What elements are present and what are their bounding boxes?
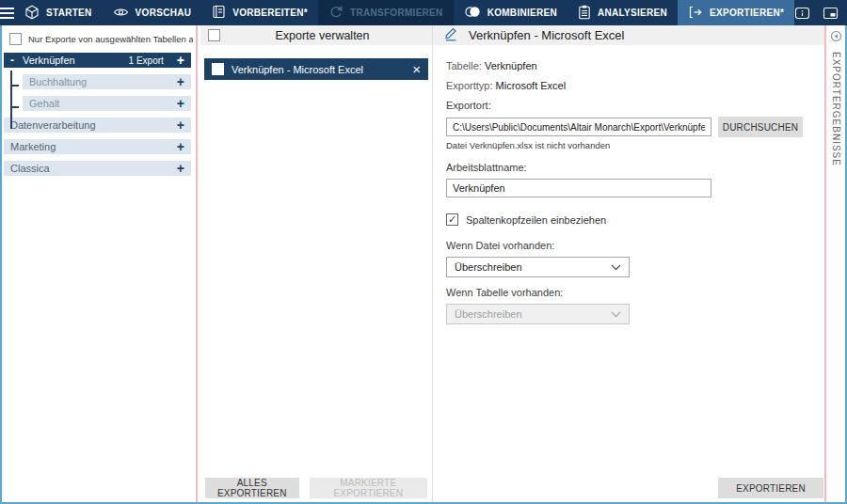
exporttype-field-value: Microsoft Excel	[496, 80, 567, 91]
tab-vorschau[interactable]: VORSCHAU	[103, 0, 202, 25]
export-icon	[688, 5, 703, 22]
top-menu-bar: STARTEN VORSCHAU VORBEREITEN* TRANSFORMI…	[0, 0, 847, 25]
export-button[interactable]: EXPORTIEREN	[718, 478, 823, 498]
notebook-icon	[212, 5, 226, 21]
sidebar-item-datenverarbeitung[interactable]: Datenverarbeitung +	[4, 118, 191, 133]
venn-icon	[464, 5, 481, 21]
manage-panel-title: Exporte verwalten	[220, 29, 424, 42]
when-table-exists-dropdown: Überschreiben	[446, 304, 630, 324]
filter-exports-checkbox[interactable]	[9, 33, 22, 45]
tab-analysieren[interactable]: ANALYSIEREN	[567, 0, 678, 25]
table-label: Marketing	[10, 141, 56, 152]
tables-sidebar: Nur Exporte von ausgewählten Tabellen an…	[2, 25, 193, 502]
worksheet-name-label: Arbeitsblattname:	[446, 162, 811, 173]
sidebar-item-buchhaltung[interactable]: Buchhaltung +	[23, 74, 191, 89]
table-label: Datenverarbeitung	[10, 119, 96, 131]
table-field-value: Verknüpfen	[485, 60, 537, 71]
select-all-exports-checkbox[interactable]	[208, 29, 220, 41]
include-column-headers-checkbox[interactable]: ✓	[446, 213, 458, 226]
browse-button[interactable]: DURCHSUCHEN	[718, 117, 803, 137]
file-not-exists-note: Datei Verknüpfen.xlsx ist nicht vorhande…	[446, 140, 811, 150]
export-results-strip: EXPORTERGEBNISSE	[826, 25, 845, 502]
collapse-icon[interactable]: -	[10, 55, 17, 66]
sync-icon	[328, 5, 344, 22]
sidebar-item-gehalt[interactable]: Gehalt +	[23, 96, 191, 111]
include-column-headers-label: Spaltenkopfzeilen einbeziehen	[466, 214, 606, 226]
tab-starten[interactable]: STARTEN	[14, 0, 103, 25]
info-icon[interactable]	[794, 6, 810, 21]
export-location-input[interactable]	[446, 118, 711, 136]
table-field-label: Tabelle:	[446, 60, 482, 71]
export-location-label: Exportort:	[446, 100, 811, 111]
export-marked-button: MARKIERTE EXPORTIEREN	[310, 478, 427, 498]
edit-pencil-icon	[443, 25, 459, 45]
export-results-tab-label[interactable]: EXPORTERGEBNISSE	[831, 52, 841, 166]
tab-kombinieren[interactable]: KOMBINIEREN	[454, 0, 567, 25]
tree-connector	[10, 106, 19, 108]
window-layout-icon[interactable]	[823, 6, 839, 21]
worksheet-name-input[interactable]	[446, 179, 711, 197]
delete-export-icon[interactable]: ×	[412, 62, 421, 76]
export-all-button[interactable]: ALLES EXPORTIEREN	[205, 478, 299, 498]
add-export-icon[interactable]: +	[177, 140, 184, 153]
export-detail-panel: Verknüpfen - Microsoft Excel Tabelle: Ve…	[433, 25, 824, 502]
when-file-exists-dropdown[interactable]: Überschreiben	[446, 257, 630, 277]
table-label: Verknüpfen	[23, 55, 75, 66]
add-export-icon[interactable]: +	[177, 75, 184, 88]
tab-vorbereiten[interactable]: VORBEREITEN*	[201, 0, 318, 25]
window-border	[0, 25, 2, 504]
when-file-exists-label: Wenn Datei vorhanden:	[446, 240, 811, 251]
chevron-down-icon	[611, 261, 621, 273]
add-export-icon[interactable]: +	[177, 97, 184, 110]
tree-connector	[10, 85, 19, 87]
add-export-icon[interactable]: +	[177, 118, 184, 132]
when-table-exists-label: Wenn Tabelle vorhanden:	[446, 287, 811, 298]
tree-connector	[10, 71, 12, 129]
add-export-icon[interactable]: +	[177, 162, 184, 175]
chevron-down-icon	[611, 308, 621, 320]
sidebar-item-marketing[interactable]: Marketing +	[4, 139, 191, 154]
export-list-item[interactable]: Verknüpfen - Microsoft Excel ×	[204, 58, 428, 80]
cube-icon	[24, 5, 40, 22]
tab-transformieren: TRANSFORMIEREN	[318, 0, 454, 25]
table-label: Classica	[10, 163, 50, 174]
add-export-icon[interactable]: +	[177, 54, 184, 67]
export-count-badge: 1 Export	[129, 55, 164, 66]
manage-exports-panel: Exporte verwalten Verknüpfen - Microsoft…	[200, 25, 432, 502]
sidebar-item-classica[interactable]: Classica +	[4, 161, 191, 176]
tab-exportieren[interactable]: EXPORTIEREN*	[678, 0, 794, 25]
table-label: Gehalt	[29, 98, 59, 109]
clipboard-icon	[578, 5, 591, 22]
exporttype-field-label: Exporttyp:	[446, 80, 493, 91]
export-item-checkbox[interactable]	[212, 63, 224, 75]
export-detail-title: Verknüpfen - Microsoft Excel	[469, 28, 624, 42]
hamburger-menu-icon[interactable]	[0, 0, 14, 25]
sidebar-item-verknuepfen[interactable]: - Verknüpfen 1 Export +	[4, 53, 191, 68]
eye-icon	[113, 6, 129, 21]
export-item-label: Verknüpfen - Microsoft Excel	[232, 64, 363, 75]
expand-panel-icon[interactable]	[830, 29, 842, 46]
table-label: Buchhaltung	[29, 76, 87, 87]
